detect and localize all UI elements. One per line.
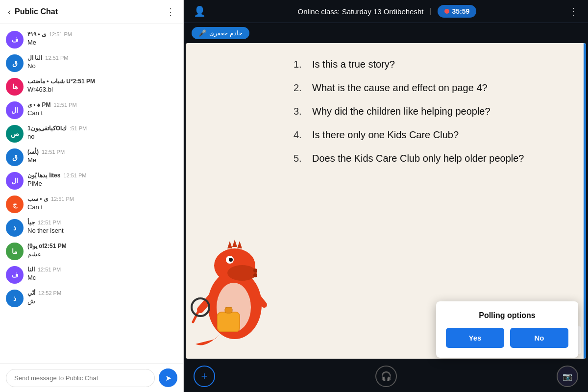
question-number: 4. <box>294 128 307 141</box>
question-item: 2. What is the cause and effect on page … <box>294 81 571 94</box>
header-center: Online class: Saturday 13 Ordibehesht | … <box>298 5 477 18</box>
message-time: 12:51 PM <box>54 102 77 108</box>
message-time: 12:51 PM <box>38 267 61 272</box>
message-text: PlMe <box>27 180 177 187</box>
message-text: Wr463.bl <box>27 86 177 93</box>
bottom-toolbar: + 🎧 📷 <box>184 361 588 392</box>
message-content: جیأ 12:51 PM No ther isent <box>27 219 177 234</box>
message-sender: ی • ♠ PM <box>27 101 51 108</box>
message-content: شباب • ماضتب U°2:51 PM Wr463.bl <box>27 78 177 93</box>
speaker-badge-area: 🎤 خادم جعفری <box>184 23 588 43</box>
polling-popup-title: Polling options <box>446 311 568 320</box>
question-item: 3. Why did the children like helping peo… <box>294 105 571 118</box>
chat-message: ف ‌ی • ۴۱۹ 12:51 PM Me <box>0 28 183 51</box>
avatar: ق <box>6 54 24 72</box>
poll-yes-button[interactable]: Yes <box>446 328 504 348</box>
message-sender: النا ال <box>27 54 42 61</box>
avatar: ج <box>6 196 24 213</box>
camera-button[interactable]: 📷 <box>557 366 578 387</box>
message-text: No ther isent <box>27 227 177 234</box>
message-content: ا يدها يُون‌ites 12:51 PM PlMe <box>27 172 177 187</box>
header-left: 👤 <box>194 5 206 17</box>
chat-send-button[interactable]: ➤ <box>159 368 177 387</box>
speaker-badge: 🎤 خادم جعفری <box>192 27 249 39</box>
header-more-button[interactable]: ⋮ <box>568 5 578 17</box>
question-text: Why did the children like helping people… <box>312 105 490 118</box>
message-content: ی • ♠ PM 12:51 PM Can t <box>27 101 177 117</box>
message-time: 12:51 PM <box>63 172 86 178</box>
avatar: ق <box>6 148 24 166</box>
chat-message: ق النا ال 12:51 PM No <box>0 51 183 75</box>
question-item: 4. Is there only one Kids Care Club? <box>294 128 571 141</box>
avatar: ف <box>6 266 24 284</box>
add-button[interactable]: + <box>194 366 215 387</box>
main-header: 👤 Online class: Saturday 13 Ordibehesht … <box>184 0 588 23</box>
avatar: ص <box>6 125 24 143</box>
question-number: 1. <box>294 58 307 71</box>
message-text: Can t <box>27 203 177 211</box>
svg-marker-16 <box>237 241 242 248</box>
mic-icon: 🎤 <box>198 29 206 37</box>
polling-popup: Polling options Yes No <box>436 301 578 358</box>
message-meta: ‌ی • ۴۱۹ 12:51 PM <box>27 31 177 38</box>
message-content: (ﺄﺴ) 12:51 PM Me <box>27 148 177 164</box>
message-text: no <box>27 133 177 140</box>
message-text: ش <box>27 297 177 305</box>
chat-message: ما (‌یو‌9 of2:51 PM عشم <box>0 240 183 263</box>
message-time: 12:52 PM <box>38 290 61 296</box>
message-sender: النا <box>27 266 35 273</box>
message-meta: جیأ 12:51 PM <box>27 219 177 226</box>
chat-input[interactable] <box>6 369 155 387</box>
main-panel: 👤 Online class: Saturday 13 Ordibehesht … <box>184 0 588 392</box>
avatar: ال <box>6 101 24 119</box>
message-meta: شباب • ماضتب U°2:51 PM <box>27 78 177 85</box>
svg-rect-13 <box>225 307 232 313</box>
user-icon: 👤 <box>194 5 206 17</box>
message-meta: النا 12:51 PM <box>27 266 177 273</box>
chat-message: ذ جیأ 12:51 PM No ther isent <box>0 216 183 240</box>
message-sender: (ﺄﺴ) <box>27 148 39 155</box>
message-sender: ا يدها يُون‌ites <box>27 172 60 179</box>
message-time: 12:51 PM <box>38 220 61 225</box>
message-sender: کیا‌تقی‌یون‌1OI‌ك <box>27 125 67 132</box>
chat-title: Public Chat <box>15 7 58 16</box>
avatar: ال <box>6 172 24 190</box>
message-text: عشم <box>27 250 177 258</box>
message-meta: أنّي 12:52 PM <box>27 290 177 296</box>
message-meta: (ﺄﺴ) 12:51 PM <box>27 148 177 155</box>
message-meta: النا ال 12:51 PM <box>27 54 177 61</box>
message-meta: ی • ♠ PM 12:51 PM <box>27 101 177 108</box>
svg-marker-15 <box>232 240 237 247</box>
avatar: ف <box>6 31 24 49</box>
message-sender: أنّي <box>27 290 35 296</box>
question-number: 3. <box>294 105 307 118</box>
record-dot <box>444 9 449 14</box>
chat-message: ق (ﺄﺴ) 12:51 PM Me <box>0 146 183 169</box>
chat-message: ف النا 12:51 PM Mc <box>0 263 183 287</box>
message-time: :51 PM <box>70 125 87 131</box>
headphones-button[interactable]: 🎧 <box>375 366 397 387</box>
message-sender: شباب • ماضتب U°2:51 PM <box>27 78 95 85</box>
question-text: Is this a true story? <box>312 58 395 71</box>
poll-no-button[interactable]: No <box>510 328 568 348</box>
avatar: ها <box>6 78 24 96</box>
message-sender: جیأ <box>27 219 35 226</box>
message-meta: ی • سب‌ 12:51 PM <box>27 196 177 202</box>
chat-message: ج ی • سب‌ 12:51 PM Can t <box>0 193 183 216</box>
svg-rect-12 <box>218 312 240 332</box>
chat-back-button[interactable]: ‹ <box>8 7 11 17</box>
message-content: (‌یو‌9 of2:51 PM عشم <box>27 243 177 258</box>
record-time: 35:59 <box>452 7 470 15</box>
message-content: النا ال 12:51 PM No <box>27 54 177 70</box>
message-content: أنّي 12:52 PM ش <box>27 290 177 305</box>
send-icon: ➤ <box>165 373 172 383</box>
svg-point-4 <box>229 258 233 262</box>
message-text: Me <box>27 39 177 46</box>
chat-more-button[interactable]: ⋮ <box>166 6 175 18</box>
question-item: 5. Does the Kids Care Club only help old… <box>294 152 571 165</box>
message-text: Me <box>27 156 177 164</box>
speaker-name: خادم جعفری <box>209 29 243 37</box>
message-content: النا 12:51 PM Mc <box>27 266 177 281</box>
message-sender: ‌ی • ۴۱۹ <box>27 31 46 38</box>
question-text: Is there only one Kids Care Club? <box>312 128 459 141</box>
